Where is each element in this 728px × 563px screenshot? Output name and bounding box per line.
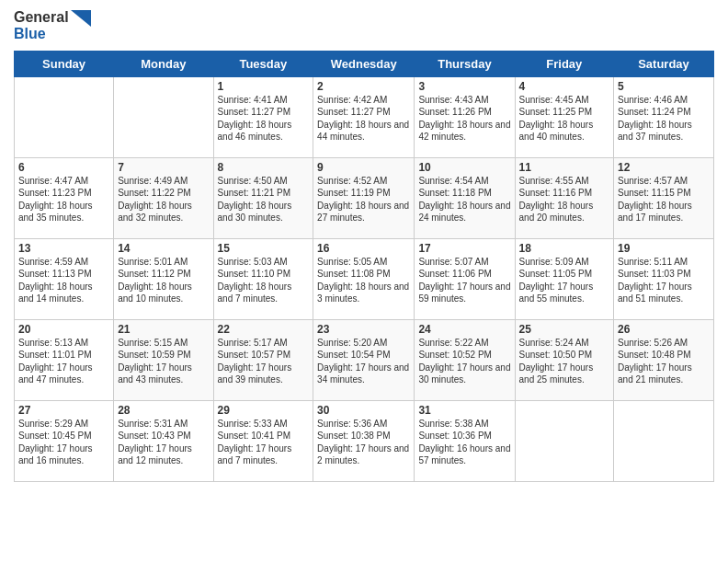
table-row: 12Sunrise: 4:57 AM Sunset: 11:15 PM Dayl… bbox=[614, 157, 714, 238]
table-row bbox=[614, 400, 714, 481]
day-number: 4 bbox=[519, 80, 610, 93]
header-tuesday: Tuesday bbox=[213, 51, 313, 76]
table-row bbox=[114, 76, 213, 157]
table-row: 11Sunrise: 4:55 AM Sunset: 11:16 PM Dayl… bbox=[515, 157, 614, 238]
table-row bbox=[15, 76, 114, 157]
table-row: 15Sunrise: 5:03 AM Sunset: 11:10 PM Dayl… bbox=[213, 238, 313, 319]
header-friday: Friday bbox=[515, 51, 614, 76]
table-row: 27Sunrise: 5:29 AM Sunset: 10:45 PM Dayl… bbox=[15, 400, 114, 481]
table-row: 19Sunrise: 5:11 AM Sunset: 11:03 PM Dayl… bbox=[614, 238, 714, 319]
calendar-week-1: 1Sunrise: 4:41 AM Sunset: 11:27 PM Dayli… bbox=[15, 76, 714, 157]
table-row bbox=[515, 400, 614, 481]
table-row: 21Sunrise: 5:15 AM Sunset: 10:59 PM Dayl… bbox=[114, 319, 213, 400]
day-info: Sunrise: 5:26 AM Sunset: 10:48 PM Daylig… bbox=[618, 337, 710, 386]
day-number: 15 bbox=[218, 242, 310, 255]
day-info: Sunrise: 5:01 AM Sunset: 11:12 PM Daylig… bbox=[118, 256, 209, 305]
day-number: 3 bbox=[418, 80, 510, 93]
table-row: 5Sunrise: 4:46 AM Sunset: 11:24 PM Dayli… bbox=[614, 76, 714, 157]
day-info: Sunrise: 4:42 AM Sunset: 11:27 PM Daylig… bbox=[317, 94, 410, 144]
day-number: 20 bbox=[18, 323, 109, 336]
table-row: 22Sunrise: 5:17 AM Sunset: 10:57 PM Dayl… bbox=[213, 319, 313, 400]
day-info: Sunrise: 4:46 AM Sunset: 11:24 PM Daylig… bbox=[618, 94, 710, 144]
day-number: 19 bbox=[618, 242, 710, 255]
day-number: 13 bbox=[18, 242, 109, 255]
day-number: 10 bbox=[418, 161, 510, 174]
day-number: 24 bbox=[418, 323, 510, 336]
header-wednesday: Wednesday bbox=[313, 51, 415, 76]
table-row: 13Sunrise: 4:59 AM Sunset: 11:13 PM Dayl… bbox=[15, 238, 114, 319]
day-info: Sunrise: 4:52 AM Sunset: 11:19 PM Daylig… bbox=[317, 175, 410, 224]
day-number: 26 bbox=[618, 323, 710, 336]
day-number: 31 bbox=[418, 404, 510, 417]
logo-general: General bbox=[14, 9, 69, 26]
day-number: 17 bbox=[418, 242, 510, 255]
table-row: 20Sunrise: 5:13 AM Sunset: 11:01 PM Dayl… bbox=[15, 319, 114, 400]
day-number: 2 bbox=[317, 80, 410, 93]
header-sunday: Sunday bbox=[15, 51, 114, 76]
day-info: Sunrise: 4:57 AM Sunset: 11:15 PM Daylig… bbox=[618, 175, 710, 224]
day-number: 7 bbox=[118, 161, 209, 174]
day-number: 28 bbox=[118, 404, 209, 417]
day-number: 9 bbox=[317, 161, 410, 174]
day-number: 6 bbox=[18, 161, 109, 174]
table-row: 4Sunrise: 4:45 AM Sunset: 11:25 PM Dayli… bbox=[515, 76, 614, 157]
table-row: 7Sunrise: 4:49 AM Sunset: 11:22 PM Dayli… bbox=[114, 157, 213, 238]
header-monday: Monday bbox=[114, 51, 213, 76]
table-row: 3Sunrise: 4:43 AM Sunset: 11:26 PM Dayli… bbox=[415, 76, 515, 157]
table-row: 10Sunrise: 4:54 AM Sunset: 11:18 PM Dayl… bbox=[415, 157, 515, 238]
table-row: 28Sunrise: 5:31 AM Sunset: 10:43 PM Dayl… bbox=[114, 400, 213, 481]
day-number: 11 bbox=[519, 161, 610, 174]
day-number: 5 bbox=[618, 80, 710, 93]
logo-blue: Blue bbox=[14, 26, 69, 42]
table-row: 30Sunrise: 5:36 AM Sunset: 10:38 PM Dayl… bbox=[313, 400, 415, 481]
table-row: 24Sunrise: 5:22 AM Sunset: 10:52 PM Dayl… bbox=[415, 319, 515, 400]
day-number: 25 bbox=[519, 323, 610, 336]
day-info: Sunrise: 4:55 AM Sunset: 11:16 PM Daylig… bbox=[519, 175, 610, 224]
calendar-header-row: Sunday Monday Tuesday Wednesday Thursday… bbox=[15, 51, 714, 76]
logo: General Blue bbox=[14, 9, 91, 43]
calendar-table: Sunday Monday Tuesday Wednesday Thursday… bbox=[14, 51, 714, 482]
day-number: 21 bbox=[118, 323, 209, 336]
day-info: Sunrise: 5:33 AM Sunset: 10:41 PM Daylig… bbox=[218, 418, 310, 467]
table-row: 17Sunrise: 5:07 AM Sunset: 11:06 PM Dayl… bbox=[415, 238, 515, 319]
calendar-week-2: 6Sunrise: 4:47 AM Sunset: 11:23 PM Dayli… bbox=[15, 157, 714, 238]
day-number: 16 bbox=[317, 242, 410, 255]
day-number: 14 bbox=[118, 242, 209, 255]
logo-text: General Blue bbox=[14, 9, 69, 43]
table-row: 2Sunrise: 4:42 AM Sunset: 11:27 PM Dayli… bbox=[313, 76, 415, 157]
header-thursday: Thursday bbox=[415, 51, 515, 76]
day-info: Sunrise: 5:17 AM Sunset: 10:57 PM Daylig… bbox=[218, 337, 310, 386]
table-row: 29Sunrise: 5:33 AM Sunset: 10:41 PM Dayl… bbox=[213, 400, 313, 481]
day-number: 23 bbox=[317, 323, 410, 336]
header-saturday: Saturday bbox=[614, 51, 714, 76]
calendar-week-4: 20Sunrise: 5:13 AM Sunset: 11:01 PM Dayl… bbox=[15, 319, 714, 400]
table-row: 1Sunrise: 4:41 AM Sunset: 11:27 PM Dayli… bbox=[213, 76, 313, 157]
day-info: Sunrise: 5:36 AM Sunset: 10:38 PM Daylig… bbox=[317, 418, 410, 467]
day-info: Sunrise: 4:50 AM Sunset: 11:21 PM Daylig… bbox=[218, 175, 310, 224]
day-number: 30 bbox=[317, 404, 410, 417]
page-header: General Blue bbox=[14, 9, 714, 43]
day-info: Sunrise: 5:20 AM Sunset: 10:54 PM Daylig… bbox=[317, 337, 410, 386]
day-info: Sunrise: 5:05 AM Sunset: 11:08 PM Daylig… bbox=[317, 256, 410, 305]
table-row: 23Sunrise: 5:20 AM Sunset: 10:54 PM Dayl… bbox=[313, 319, 415, 400]
day-info: Sunrise: 5:11 AM Sunset: 11:03 PM Daylig… bbox=[618, 256, 710, 305]
day-number: 27 bbox=[18, 404, 109, 417]
day-number: 12 bbox=[618, 161, 710, 174]
day-info: Sunrise: 4:49 AM Sunset: 11:22 PM Daylig… bbox=[118, 175, 209, 224]
table-row: 18Sunrise: 5:09 AM Sunset: 11:05 PM Dayl… bbox=[515, 238, 614, 319]
table-row: 16Sunrise: 5:05 AM Sunset: 11:08 PM Dayl… bbox=[313, 238, 415, 319]
day-info: Sunrise: 4:59 AM Sunset: 11:13 PM Daylig… bbox=[18, 256, 109, 305]
day-info: Sunrise: 5:03 AM Sunset: 11:10 PM Daylig… bbox=[218, 256, 310, 305]
day-info: Sunrise: 5:13 AM Sunset: 11:01 PM Daylig… bbox=[18, 337, 109, 386]
day-info: Sunrise: 4:45 AM Sunset: 11:25 PM Daylig… bbox=[519, 94, 610, 144]
day-number: 1 bbox=[218, 80, 310, 93]
day-info: Sunrise: 5:24 AM Sunset: 10:50 PM Daylig… bbox=[519, 337, 610, 386]
day-info: Sunrise: 4:41 AM Sunset: 11:27 PM Daylig… bbox=[218, 94, 310, 144]
table-row: 14Sunrise: 5:01 AM Sunset: 11:12 PM Dayl… bbox=[114, 238, 213, 319]
day-info: Sunrise: 5:38 AM Sunset: 10:36 PM Daylig… bbox=[418, 418, 510, 467]
day-info: Sunrise: 5:29 AM Sunset: 10:45 PM Daylig… bbox=[18, 418, 109, 467]
day-number: 18 bbox=[519, 242, 610, 255]
table-row: 8Sunrise: 4:50 AM Sunset: 11:21 PM Dayli… bbox=[213, 157, 313, 238]
day-info: Sunrise: 5:09 AM Sunset: 11:05 PM Daylig… bbox=[519, 256, 610, 305]
table-row: 31Sunrise: 5:38 AM Sunset: 10:36 PM Dayl… bbox=[415, 400, 515, 481]
